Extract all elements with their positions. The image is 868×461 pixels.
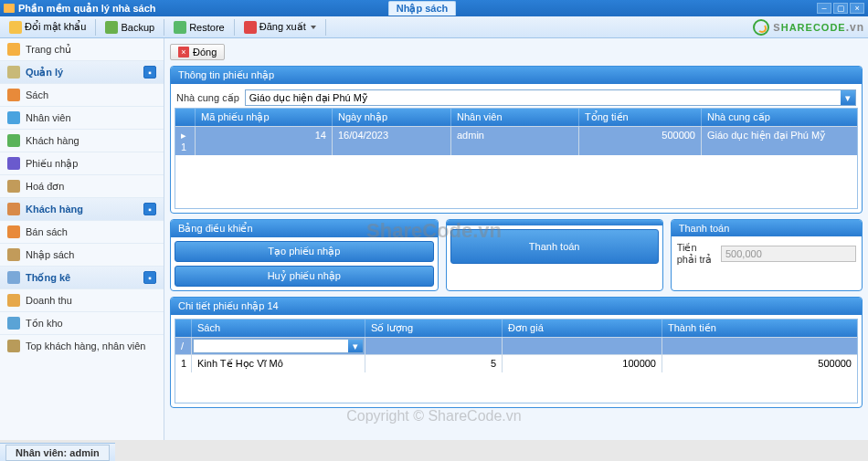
sidebar-stats-header[interactable]: Thống kê▪ [0,266,164,288]
backup-button[interactable]: Backup [100,19,160,36]
invoice-icon [7,180,20,193]
row-lead: ▸ 1 [175,126,196,155]
input-price[interactable] [503,337,662,354]
logout-icon [244,21,257,34]
panel-detail: Chi tiết phiếu nhập 14 Sách Số lượng Đơn… [170,297,863,408]
grid2-header-amount: Thành tiền [662,320,857,337]
collapse-icon[interactable]: ▪ [143,271,156,284]
main-toolbar: Đổi mật khẩu Backup Restore Đăng xuất SS… [0,16,868,38]
revenue-icon [7,294,20,307]
grid-row-selected[interactable]: ▸ 1 14 16/04/2023 admin 500000 Giáo dục … [175,126,857,155]
main-content: ×Đóng Thông tin phiếu nhập Nhà cung cấp … [164,38,868,440]
sidebar-manage-header[interactable]: Quản lý▪ [0,60,164,83]
window-close-button[interactable]: × [850,3,864,14]
row-total: 500000 [579,126,702,155]
sidebar-item-book[interactable]: Sách [0,83,164,106]
panel-controls-left: Bảng điều khiển Tạo phiếu nhập Huỷ phiếu… [170,219,439,291]
backup-label: Backup [121,22,154,33]
sidebar-item-top[interactable]: Top khách hàng, nhân viên [0,334,164,357]
collapse-icon[interactable]: ▪ [143,66,156,79]
stats-icon [7,271,20,284]
cancel-import-button[interactable]: Huỷ phiếu nhập [175,266,434,287]
panel-controls-title: Bảng điều khiển [171,220,438,237]
sidebar-item-label: Top khách hàng, nhân viên [26,341,146,351]
panel-import-info: Thông tin phiếu nhập Nhà cung cấp ▾ Mã p… [170,66,863,214]
detail-grid[interactable]: Sách Số lượng Đơn giá Thành tiền / ▾ [175,319,858,403]
top-icon [7,340,20,352]
sidebar-item-label: Nhập sách [26,249,74,261]
detail-input-row[interactable]: / ▾ [175,337,857,354]
sidebar-item-staff[interactable]: Nhân viên [0,106,164,129]
sidebar-item-stock[interactable]: Tồn kho [0,311,164,334]
detail-row-book: Kinh Tế Học Vĩ Mô [192,354,365,372]
brand-logo: SSHARECODEHARECODE.vn [753,19,864,36]
detail-row[interactable]: 1 Kinh Tế Học Vĩ Mô 5 100000 500000 [175,354,857,372]
chevron-down-icon[interactable]: ▾ [841,90,855,105]
create-import-button[interactable]: Tạo phiếu nhập [175,241,434,262]
buy-icon [7,248,20,261]
chevron-down-icon [311,26,316,29]
sidebar-stats-label: Thống kê [26,272,70,284]
grid-header-staff: Nhân viên [451,109,579,126]
sidebar-customer-label: Khách hàng [26,204,83,215]
input-row-lead: / [175,337,192,354]
input-amount [662,337,857,354]
row-id: 14 [196,126,333,155]
stock-icon [7,317,20,330]
grid-header-total: Tổng tiền [579,109,702,126]
window-titlebar: Phần mềm quản lý nhà sách Nhập sách – ▢ … [0,0,868,16]
supplier-combo[interactable]: ▾ [245,89,856,106]
detail-row-amount: 500000 [662,354,857,372]
import-grid[interactable]: Mã phiếu nhập Ngày nhập Nhân viên Tổng t… [175,108,858,209]
sidebar-home-label: Trang chủ [26,44,71,56]
supplier-input[interactable] [246,90,841,105]
status-bar: Nhân viên: admin [0,443,115,461]
window-restore-button[interactable]: ▢ [833,3,848,14]
sidebar-item-revenue[interactable]: Doanh thu [0,288,164,311]
sidebar-manage-label: Quản lý [26,67,63,79]
grid2-header-lead [175,320,192,337]
book-combo[interactable]: ▾ [193,339,364,353]
customer-icon [7,134,20,147]
collapse-icon[interactable]: ▪ [143,203,156,215]
grid-header-id: Mã phiếu nhập [196,109,333,126]
book-icon [7,89,20,101]
row-supplier: Giáo dục hiện đại Phú Mỹ [702,126,857,155]
sidebar-item-buy[interactable]: Nhập sách [0,243,164,266]
people-icon [7,203,20,215]
close-tab-button[interactable]: ×Đóng [170,44,225,60]
detail-row-lead: 1 [175,354,192,372]
sidebar-item-label: Nhân viên [26,112,71,123]
close-icon: × [178,47,189,58]
amount-due-field [721,246,856,262]
sidebar-home[interactable]: Trang chủ [0,38,164,60]
chevron-down-icon[interactable]: ▾ [348,340,363,352]
book-input[interactable] [194,340,348,352]
restore-button[interactable]: Restore [168,19,230,36]
grid-header-date: Ngày nhập [333,109,451,126]
change-password-button[interactable]: Đổi mật khẩu [4,19,91,36]
amount-due-label: Tiền phải trả [677,242,715,266]
panel-payment: Thanh toán Tiền phải trả [671,219,863,291]
pay-button[interactable]: Thanh toán [450,229,659,264]
backup-icon [105,21,118,34]
supplier-label: Nhà cung cấp [176,92,239,104]
close-label: Đóng [193,47,217,58]
status-user-cell: Nhân viên: admin [5,445,110,461]
sidebar-item-customer[interactable]: Khách hàng [0,129,164,152]
detail-row-price: 100000 [503,354,662,372]
tab-active[interactable]: Nhập sách [388,1,457,16]
sidebar-item-label: Bán sách [26,226,68,237]
sell-icon [7,225,20,238]
home-icon [7,43,20,56]
sidebar-item-invoice[interactable]: Hoá đơn [0,174,164,197]
window-minimize-button[interactable]: – [817,3,831,14]
sidebar-item-label: Hoá đơn [26,181,64,193]
logout-button[interactable]: Đăng xuất [238,19,322,36]
sidebar: Trang chủ Quản lý▪ Sách Nhân viên Khách … [0,38,164,440]
input-qty[interactable] [365,337,503,354]
sidebar-customer-header[interactable]: Khách hàng▪ [0,197,164,220]
sidebar-item-import[interactable]: Phiếu nhập [0,152,164,174]
sidebar-item-sell[interactable]: Bán sách [0,220,164,243]
grid-header-supplier: Nhà cung cấp [702,109,857,126]
